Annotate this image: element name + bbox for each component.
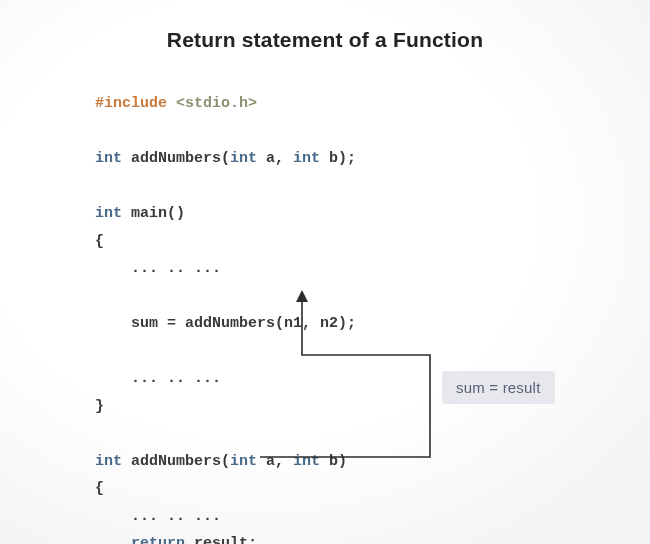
return-value: result; — [185, 535, 257, 544]
header-stdio: <stdio.h> — [176, 95, 257, 112]
brace-open: { — [95, 480, 104, 497]
param-b: b); — [320, 150, 356, 167]
ellipsis: ... .. ... — [95, 508, 221, 525]
kw-int: int — [230, 453, 257, 470]
kw-return: return — [95, 535, 185, 544]
page-title: Return statement of a Function — [0, 28, 650, 52]
ellipsis: ... .. ... — [95, 260, 221, 277]
brace-close: } — [95, 398, 104, 415]
kw-int: int — [95, 453, 122, 470]
annotation-sum-result: sum = result — [442, 371, 555, 404]
fn-main: main() — [122, 205, 185, 222]
kw-int: int — [95, 205, 122, 222]
param-a: a, — [257, 150, 293, 167]
brace-open: { — [95, 233, 104, 250]
fn-def-name: addNumbers( — [122, 453, 230, 470]
param-a: a, — [257, 453, 293, 470]
ellipsis: ... .. ... — [95, 370, 221, 387]
kw-int: int — [293, 453, 320, 470]
param-b: b) — [320, 453, 347, 470]
code-block: #include <stdio.h> int addNumbers(int a,… — [95, 90, 356, 544]
kw-int: int — [293, 150, 320, 167]
preproc-include: #include — [95, 95, 167, 112]
kw-int: int — [230, 150, 257, 167]
kw-int: int — [95, 150, 122, 167]
call-line: sum = addNumbers(n1, n2); — [95, 315, 356, 332]
fn-proto-name: addNumbers( — [122, 150, 230, 167]
